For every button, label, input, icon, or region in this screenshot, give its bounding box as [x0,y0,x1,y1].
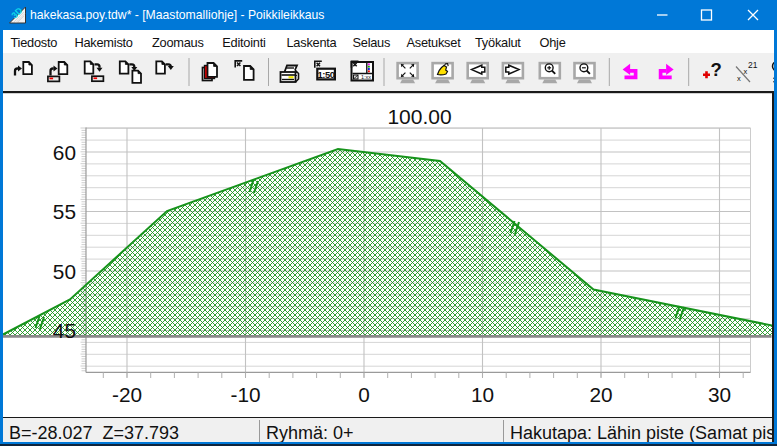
svg-text:50: 50 [53,260,76,283]
svg-text:-10: -10 [230,383,260,406]
svg-text:1:50: 1:50 [318,69,335,80]
svg-text:60: 60 [53,141,76,164]
svg-text:1:xx: 1:xx [361,74,371,80]
svg-text:x: x [737,74,741,83]
svg-text:10: 10 [471,383,494,406]
svg-text:?: ? [711,59,722,80]
svg-text:30: 30 [708,383,731,406]
svg-text:55: 55 [53,200,76,223]
svg-text:20: 20 [589,383,612,406]
svg-text:-20: -20 [112,383,142,406]
svg-text:45: 45 [53,319,76,342]
svg-text:x: x [744,67,748,76]
svg-text:100.00: 100.00 [387,105,451,128]
svg-text:0: 0 [358,383,370,406]
svg-text:21: 21 [748,60,758,70]
